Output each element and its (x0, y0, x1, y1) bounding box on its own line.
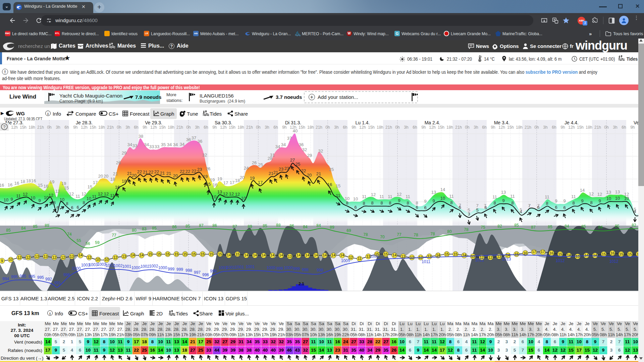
svg-text:14: 14 (227, 253, 231, 257)
svg-text:10: 10 (440, 196, 445, 201)
svg-text:15h: 15h (577, 125, 584, 130)
svg-text:24: 24 (244, 166, 249, 171)
svg-text:3h: 3h (56, 125, 60, 130)
svg-text:36: 36 (186, 137, 191, 142)
svg-text:18: 18 (20, 179, 25, 184)
svg-text:1000: 1000 (267, 265, 276, 270)
svg-text:14: 14 (297, 253, 301, 257)
svg-text:6: 6 (537, 205, 539, 210)
svg-text:32: 32 (202, 153, 207, 158)
svg-text:0h: 0h (47, 125, 51, 130)
svg-text:Lu 1.4.: Lu 1.4. (356, 120, 370, 125)
svg-text:8: 8 (407, 200, 409, 205)
svg-text:1003: 1003 (81, 263, 90, 267)
svg-text:13: 13 (401, 254, 405, 258)
svg-text:6h: 6h (413, 125, 417, 130)
svg-text:1002: 1002 (141, 264, 150, 269)
svg-text:55: 55 (76, 238, 81, 243)
svg-text:13: 13 (44, 254, 48, 258)
svg-text:36: 36 (198, 139, 202, 144)
svg-text:15h: 15h (90, 125, 96, 130)
svg-text:12: 12 (235, 192, 240, 197)
svg-text:997: 997 (194, 270, 201, 275)
svg-text:991: 991 (54, 281, 61, 285)
svg-text:998: 998 (317, 268, 323, 273)
svg-text:12h: 12h (150, 125, 157, 130)
svg-text:7: 7 (476, 203, 478, 208)
svg-text:7: 7 (528, 203, 530, 208)
svg-text:996: 996 (202, 273, 209, 277)
svg-text:31: 31 (270, 153, 275, 158)
svg-text:15: 15 (192, 252, 196, 256)
svg-text:1012: 1012 (556, 258, 565, 263)
svg-text:16: 16 (8, 182, 12, 187)
svg-text:17: 17 (258, 180, 263, 185)
svg-text:6: 6 (484, 205, 487, 210)
svg-text:6h: 6h (622, 125, 626, 130)
svg-text:16: 16 (14, 181, 19, 186)
svg-text:23: 23 (284, 166, 289, 171)
svg-text:4: 4 (634, 209, 636, 214)
svg-text:15h: 15h (20, 125, 26, 130)
svg-text:1005: 1005 (341, 258, 350, 263)
svg-text:12h: 12h (359, 125, 366, 130)
svg-text:15h: 15h (368, 125, 375, 130)
svg-text:995: 995 (37, 275, 44, 280)
svg-text:22: 22 (180, 169, 184, 174)
svg-text:14: 14 (440, 187, 445, 192)
svg-text:85: 85 (6, 228, 11, 233)
svg-text:1008: 1008 (370, 254, 379, 259)
svg-text:9h: 9h (143, 125, 147, 130)
svg-text:1001: 1001 (235, 265, 244, 269)
svg-text:11: 11 (449, 194, 454, 199)
svg-text:19: 19 (210, 177, 215, 182)
svg-text:14: 14 (279, 253, 283, 257)
svg-text:7: 7 (484, 203, 486, 208)
svg-text:0h: 0h (395, 125, 399, 130)
svg-text:15: 15 (218, 252, 222, 256)
svg-text:28: 28 (268, 156, 272, 161)
svg-text:13: 13 (431, 190, 436, 195)
svg-text:6: 6 (424, 205, 426, 210)
svg-text:1: 1 (290, 285, 292, 289)
svg-text:998: 998 (302, 267, 309, 272)
svg-text:9h: 9h (491, 125, 495, 130)
svg-text:80: 80 (132, 228, 137, 233)
svg-text:18h: 18h (307, 125, 314, 130)
svg-text:13: 13 (288, 254, 292, 258)
svg-text:8: 8 (450, 200, 452, 205)
svg-text:35: 35 (161, 142, 166, 147)
svg-text:7: 7 (528, 203, 530, 208)
svg-text:14: 14 (462, 253, 466, 257)
svg-text:5: 5 (468, 207, 470, 213)
svg-text:3h: 3h (613, 125, 617, 130)
svg-text:21h: 21h (316, 125, 322, 130)
svg-text:12: 12 (61, 255, 65, 259)
svg-text:11: 11 (406, 194, 410, 199)
svg-text:17: 17 (230, 180, 234, 185)
svg-text:14: 14 (567, 253, 571, 257)
svg-text:21: 21 (273, 170, 278, 175)
svg-text:18h: 18h (237, 125, 244, 130)
svg-text:999: 999 (176, 267, 183, 272)
svg-text:9: 9 (598, 198, 601, 203)
svg-text:13: 13 (615, 189, 620, 194)
svg-text:10: 10 (87, 196, 91, 201)
svg-text:1013: 1013 (502, 257, 511, 261)
svg-text:9: 9 (38, 198, 41, 203)
svg-text:Sa 30.3.: Sa 30.3. (215, 120, 232, 125)
svg-text:23: 23 (279, 167, 283, 172)
svg-text:37: 37 (192, 135, 196, 140)
svg-text:14: 14 (323, 253, 327, 257)
svg-text:12h: 12h (290, 125, 297, 130)
svg-text:14: 14 (584, 253, 588, 257)
svg-text:6h: 6h (134, 125, 138, 130)
svg-text:15: 15 (183, 252, 187, 256)
svg-text:16: 16 (213, 182, 217, 187)
svg-text:11: 11 (16, 193, 21, 198)
svg-text:15: 15 (558, 252, 562, 256)
svg-text:12: 12 (410, 255, 414, 259)
svg-text:10: 10 (353, 196, 358, 201)
svg-text:15: 15 (201, 252, 205, 256)
svg-text:25: 25 (329, 167, 334, 172)
